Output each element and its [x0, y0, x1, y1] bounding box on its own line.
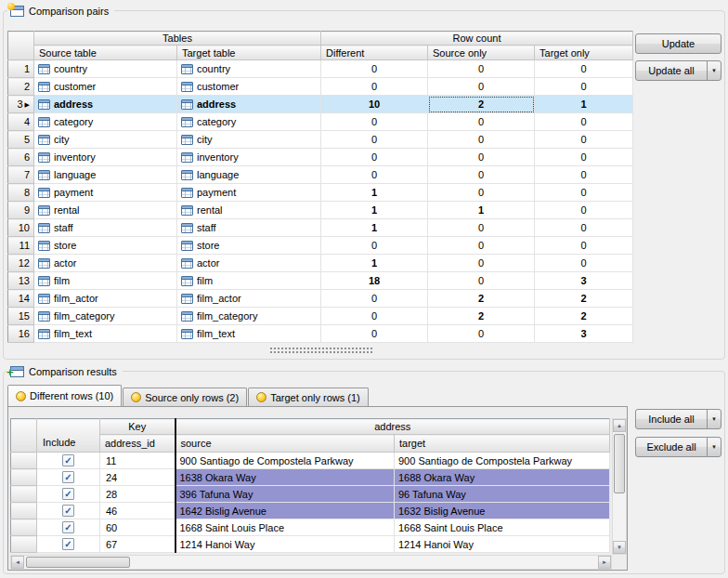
different-count-cell[interactable]: 0: [321, 308, 428, 325]
source-only-count-cell[interactable]: 0: [428, 166, 535, 184]
source-only-count-cell[interactable]: 0: [428, 131, 535, 149]
source-column-header[interactable]: source: [176, 435, 395, 453]
pairs-row[interactable]: 13filmfilm1803: [8, 272, 633, 290]
target-value-cell[interactable]: 1632 Bislig Avenue: [395, 503, 610, 519]
pairs-row[interactable]: 2customercustomer000: [8, 78, 633, 96]
horizontal-scrollbar[interactable]: ◄ ►: [10, 555, 612, 570]
row-header-cell[interactable]: [11, 453, 37, 469]
row-count-group-header[interactable]: Row count: [321, 32, 633, 46]
source-only-count-cell[interactable]: 2: [428, 308, 535, 325]
update-all-dropdown-icon[interactable]: ▼: [707, 61, 721, 80]
pairs-row[interactable]: 9rentalrental110: [8, 202, 633, 219]
source-only-count-cell[interactable]: 0: [428, 272, 535, 290]
source-only-count-cell[interactable]: 0: [428, 237, 535, 255]
address-id-cell[interactable]: 28: [100, 486, 176, 503]
different-count-cell[interactable]: 1: [321, 202, 428, 219]
target-only-count-cell[interactable]: 0: [535, 60, 633, 78]
scroll-down-icon[interactable]: ▼: [613, 541, 626, 554]
target-table-cell[interactable]: address: [177, 96, 321, 113]
source-table-cell[interactable]: film_actor: [34, 290, 177, 308]
pairs-row[interactable]: 4categorycategory000: [8, 113, 633, 131]
tables-group-header[interactable]: Tables: [34, 32, 321, 46]
scroll-up-icon[interactable]: ▲: [613, 419, 626, 432]
source-only-count-cell[interactable]: 0: [428, 149, 535, 166]
include-all-button[interactable]: Include all ▼: [635, 409, 722, 429]
address-group-header[interactable]: address: [176, 419, 610, 435]
target-table-cell[interactable]: film_text: [177, 325, 321, 343]
target-only-count-cell[interactable]: 2: [535, 308, 633, 325]
source-value-cell[interactable]: 1642 Bislig Avenue: [176, 503, 395, 519]
source-table-cell[interactable]: staff: [34, 219, 177, 237]
target-only-count-cell[interactable]: 0: [535, 184, 633, 202]
row-number-cell[interactable]: 12: [8, 255, 34, 272]
row-number-cell[interactable]: 5: [8, 131, 34, 149]
source-only-count-cell[interactable]: 0: [428, 113, 535, 131]
row-number-cell[interactable]: 3▶: [8, 96, 34, 113]
row-number-cell[interactable]: 6: [8, 149, 34, 166]
target-only-count-cell[interactable]: 0: [535, 113, 633, 131]
source-value-cell[interactable]: 1214 Hanoi Way: [176, 536, 395, 553]
row-number-cell[interactable]: 1: [8, 60, 34, 78]
target-table-cell[interactable]: language: [177, 166, 321, 184]
different-count-cell[interactable]: 1: [321, 219, 428, 237]
include-column-header[interactable]: Include: [37, 419, 100, 453]
source-value-cell[interactable]: 1638 Okara Way: [176, 469, 395, 486]
source-table-cell[interactable]: inventory: [34, 149, 177, 166]
target-only-count-cell[interactable]: 0: [535, 149, 633, 166]
pairs-row[interactable]: 11storestore000: [8, 237, 633, 255]
source-only-count-cell[interactable]: 0: [428, 184, 535, 202]
target-only-column-header[interactable]: Target only: [535, 46, 633, 60]
scroll-right-icon[interactable]: ►: [598, 556, 611, 569]
different-count-cell[interactable]: 0: [321, 78, 428, 96]
target-table-cell[interactable]: customer: [177, 78, 321, 96]
target-table-cell[interactable]: actor: [177, 255, 321, 272]
tab-source-only-rows[interactable]: Source only rows (2): [123, 388, 247, 406]
target-table-cell[interactable]: inventory: [177, 149, 321, 166]
target-table-cell[interactable]: store: [177, 237, 321, 255]
target-value-cell[interactable]: 900 Santiago de Compostela Parkway: [395, 453, 610, 469]
include-checkbox[interactable]: ✓: [62, 538, 74, 550]
different-count-cell[interactable]: 0: [321, 290, 428, 308]
row-number-cell[interactable]: 14: [8, 290, 34, 308]
target-table-cell[interactable]: film_actor: [177, 290, 321, 308]
source-only-count-cell[interactable]: 0: [428, 219, 535, 237]
horizontal-scroll-thumb[interactable]: [26, 557, 130, 568]
target-table-cell[interactable]: staff: [177, 219, 321, 237]
source-table-cell[interactable]: film: [34, 272, 177, 290]
address-id-cell[interactable]: 46: [100, 503, 176, 519]
source-only-count-cell[interactable]: 2: [428, 96, 535, 113]
row-number-cell[interactable]: 9: [8, 202, 34, 219]
source-only-column-header[interactable]: Source only: [428, 46, 535, 60]
source-table-cell[interactable]: film_text: [34, 325, 177, 343]
results-row[interactable]: ✓601668 Saint Louis Place1668 Saint Loui…: [11, 519, 610, 536]
source-table-cell[interactable]: language: [34, 166, 177, 184]
different-column-header[interactable]: Different: [321, 46, 428, 60]
target-table-column-header[interactable]: Target table: [177, 46, 321, 60]
row-number-cell[interactable]: 16: [8, 325, 34, 343]
target-only-count-cell[interactable]: 0: [535, 255, 633, 272]
pairs-row[interactable]: 6inventoryinventory000: [8, 149, 633, 166]
target-only-count-cell[interactable]: 0: [535, 166, 633, 184]
source-table-column-header[interactable]: Source table: [34, 46, 177, 60]
source-table-cell[interactable]: payment: [34, 184, 177, 202]
address-id-cell[interactable]: 60: [100, 519, 176, 536]
row-number-cell[interactable]: 11: [8, 237, 34, 255]
pairs-row[interactable]: 16film_textfilm_text003: [8, 325, 633, 343]
row-number-cell[interactable]: 8: [8, 184, 34, 202]
target-value-cell[interactable]: 96 Tafuna Way: [395, 486, 610, 503]
include-checkbox[interactable]: ✓: [62, 521, 74, 533]
target-value-cell[interactable]: 1668 Saint Louis Place: [395, 519, 610, 536]
results-row[interactable]: ✓28396 Tafuna Way96 Tafuna Way: [11, 486, 610, 503]
different-count-cell[interactable]: 0: [321, 237, 428, 255]
source-value-cell[interactable]: 396 Tafuna Way: [176, 486, 395, 503]
target-table-cell[interactable]: payment: [177, 184, 321, 202]
pairs-row[interactable]: 5citycity000: [8, 131, 633, 149]
row-header-cell[interactable]: [11, 486, 37, 503]
source-only-count-cell[interactable]: 0: [428, 60, 535, 78]
row-number-cell[interactable]: 2: [8, 78, 34, 96]
target-table-cell[interactable]: category: [177, 113, 321, 131]
vertical-scrollbar[interactable]: ▲ ▼: [612, 418, 627, 555]
different-count-cell[interactable]: 0: [321, 60, 428, 78]
address-id-cell[interactable]: 67: [100, 536, 176, 553]
target-only-count-cell[interactable]: 3: [535, 272, 633, 290]
